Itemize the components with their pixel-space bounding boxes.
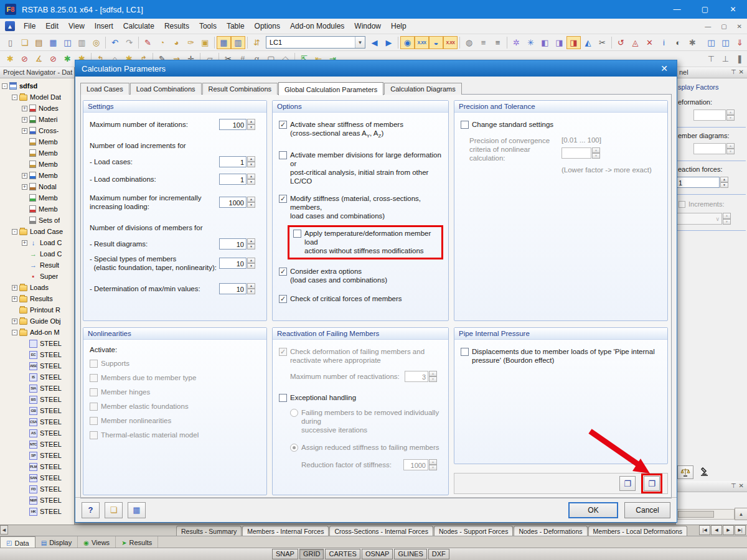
navigator-tab-data[interactable]: ◰Data bbox=[0, 536, 35, 548]
spinner-value[interactable]: 10 bbox=[219, 238, 247, 250]
dialog-close-icon[interactable]: ✕ bbox=[658, 63, 670, 73]
menu-window[interactable]: Window bbox=[349, 19, 386, 33]
option-checkbox[interactable] bbox=[279, 121, 287, 129]
tree-item[interactable]: HKSTEEL bbox=[0, 506, 74, 517]
spinner-value[interactable]: 10 bbox=[219, 258, 247, 269]
table-view-icon[interactable]: ◫ bbox=[704, 36, 718, 49]
zoom-window-icon[interactable]: ◕ bbox=[169, 36, 184, 49]
new-model-icon[interactable]: ✎ bbox=[141, 36, 155, 49]
tree-item[interactable]: +↓Load C bbox=[0, 237, 74, 248]
spinner-buttons[interactable]: ▲▼ bbox=[247, 197, 255, 208]
tree-item[interactable]: +Results bbox=[0, 293, 74, 304]
change-standard-settings-checkbox[interactable] bbox=[461, 121, 469, 129]
tree-item[interactable]: ECSTEEL bbox=[0, 349, 74, 360]
coord-top-icon[interactable]: ⊤ bbox=[704, 52, 718, 65]
option-checkbox[interactable] bbox=[293, 230, 301, 238]
tree-expander[interactable]: + bbox=[22, 106, 27, 111]
tree-expander[interactable]: - bbox=[12, 95, 17, 100]
next-table-button[interactable]: ▶ bbox=[723, 525, 734, 535]
units-icon[interactable]: ◐ bbox=[671, 36, 685, 49]
status-grid-button[interactable]: GRID bbox=[299, 549, 324, 559]
tree-item[interactable]: BSSTEEL bbox=[0, 394, 74, 405]
pin-icon[interactable]: ⊤ bbox=[731, 68, 736, 78]
scroll-up-button[interactable]: ▲ bbox=[735, 508, 747, 520]
tree-item[interactable]: →Result bbox=[0, 259, 74, 271]
delete-icon[interactable]: ✕ bbox=[642, 36, 657, 49]
tree-expander[interactable]: - bbox=[2, 83, 7, 89]
last-table-button[interactable]: ▶| bbox=[735, 525, 746, 535]
settings-row-spinner[interactable]: 10▲▼ bbox=[219, 238, 255, 250]
save-settings-button[interactable]: ▦ bbox=[128, 502, 146, 518]
tree-expander[interactable]: + bbox=[22, 117, 27, 123]
minimize-button[interactable]: — bbox=[663, 0, 691, 19]
tree-item[interactable]: ISSTEEL bbox=[0, 371, 74, 383]
spinner-buttons[interactable]: ▲▼ bbox=[247, 258, 255, 269]
open-icon[interactable]: ❏ bbox=[17, 36, 32, 49]
menu-edit[interactable]: Edit bbox=[40, 19, 63, 33]
exceptional-handling-checkbox[interactable] bbox=[279, 394, 287, 402]
import-icon[interactable]: ▤ bbox=[32, 36, 46, 49]
tree-expander[interactable]: + bbox=[12, 319, 17, 324]
tree-item[interactable]: SANSSTEEL bbox=[0, 472, 74, 483]
load-down-icon[interactable]: ⇓ bbox=[733, 36, 747, 49]
panel-abacus-icon[interactable]: ≡ bbox=[476, 36, 491, 49]
menu-file[interactable]: File bbox=[19, 19, 40, 33]
first-table-button[interactable]: |◀ bbox=[699, 525, 710, 535]
table-tab-nodes-deformations[interactable]: Nodes - Deformations bbox=[514, 526, 587, 536]
tree-item[interactable]: +Cross- bbox=[0, 125, 74, 136]
work-plane-z-icon[interactable]: ◨ bbox=[566, 36, 581, 49]
tree-item[interactable]: PLMSTEEL bbox=[0, 461, 74, 472]
spinner-buttons[interactable]: ▲▼ bbox=[247, 283, 255, 294]
table-tab-results-summary[interactable]: Results - Summary bbox=[176, 526, 242, 536]
settings-row-spinner[interactable]: 10▲▼ bbox=[219, 283, 255, 294]
dock-close-icon[interactable]: ✕ bbox=[739, 482, 744, 492]
settings-row-spinner[interactable]: 1▲▼ bbox=[219, 156, 255, 167]
redo-icon[interactable]: ↷ bbox=[122, 36, 136, 49]
tree-item[interactable]: NBRSTEEL bbox=[0, 495, 74, 506]
menu-table[interactable]: Table bbox=[222, 19, 250, 33]
settings-row-spinner[interactable]: 100▲▼ bbox=[219, 119, 255, 130]
spinner-buttons[interactable]: ▲▼ bbox=[247, 174, 255, 185]
tree-item[interactable]: +Nodes bbox=[0, 103, 74, 114]
coord-bottom-icon[interactable]: ⊥ bbox=[718, 52, 733, 65]
horizontal-scrollbar[interactable] bbox=[676, 509, 735, 520]
tree-expander[interactable]: + bbox=[12, 285, 17, 291]
pick-icon[interactable]: ✑ bbox=[184, 36, 198, 49]
tree-item[interactable]: Memb bbox=[0, 147, 74, 159]
zoom-icon[interactable]: ◔ bbox=[155, 36, 169, 49]
angle-tool-icon[interactable]: ∡ bbox=[32, 52, 46, 65]
load-direction-icon[interactable]: ⇵ bbox=[250, 36, 264, 49]
tree-item[interactable]: SPSTEEL bbox=[0, 450, 74, 461]
dialog-tab-result-combinations[interactable]: Result Combinations bbox=[202, 83, 278, 95]
mirror-icon[interactable]: ◬ bbox=[628, 36, 642, 49]
open-settings-button[interactable]: ❏ bbox=[105, 502, 123, 518]
mdi-restore-button[interactable]: ▢ bbox=[716, 22, 731, 31]
work-plane-x-icon[interactable]: ◧ bbox=[538, 36, 552, 49]
tree-expander[interactable]: + bbox=[22, 240, 27, 246]
navigator-tab-views[interactable]: ◉Views bbox=[78, 536, 116, 548]
ok-button[interactable]: OK bbox=[568, 502, 618, 518]
dialog-tab-calculation-diagrams[interactable]: Calculation Diagrams bbox=[384, 83, 462, 95]
table-tab-members-internal-forces[interactable]: Members - Internal Forces bbox=[242, 526, 329, 536]
snow-icon[interactable]: ✳ bbox=[524, 36, 538, 49]
status-osnap-button[interactable]: OSNAP bbox=[362, 549, 393, 559]
tree-item[interactable]: -sdfsd bbox=[0, 80, 74, 91]
menu-calculate[interactable]: Calculate bbox=[118, 19, 159, 33]
load-case-selector[interactable]: LC1▼ bbox=[266, 36, 365, 49]
table-tab-nodes-support-forces[interactable]: Nodes - Support Forces bbox=[434, 526, 513, 536]
status-cartes-button[interactable]: CARTES bbox=[325, 549, 360, 559]
spinner-buttons[interactable]: ▲▼ bbox=[247, 156, 255, 167]
tree-item[interactable]: -Model Dat bbox=[0, 91, 74, 103]
mdi-close-button[interactable]: ✕ bbox=[732, 22, 747, 31]
tree-item[interactable]: NTCSTEEL bbox=[0, 439, 74, 450]
tree-item[interactable]: GBSTEEL bbox=[0, 405, 74, 416]
bar-icon[interactable]: ❚ bbox=[733, 52, 747, 65]
result-values-icon[interactable]: X.XX bbox=[415, 36, 429, 49]
tree-item[interactable]: +Materi bbox=[0, 114, 74, 125]
spinner-value[interactable]: 10 bbox=[219, 283, 247, 294]
dialog-tab-load-combinations[interactable]: Load Combinations bbox=[130, 83, 202, 95]
tree-item[interactable]: Sets of bbox=[0, 215, 74, 226]
connect-icon[interactable]: ✲ bbox=[509, 36, 524, 49]
menu-help[interactable]: Help bbox=[386, 19, 411, 33]
green-node-icon[interactable]: ✱ bbox=[60, 52, 75, 65]
